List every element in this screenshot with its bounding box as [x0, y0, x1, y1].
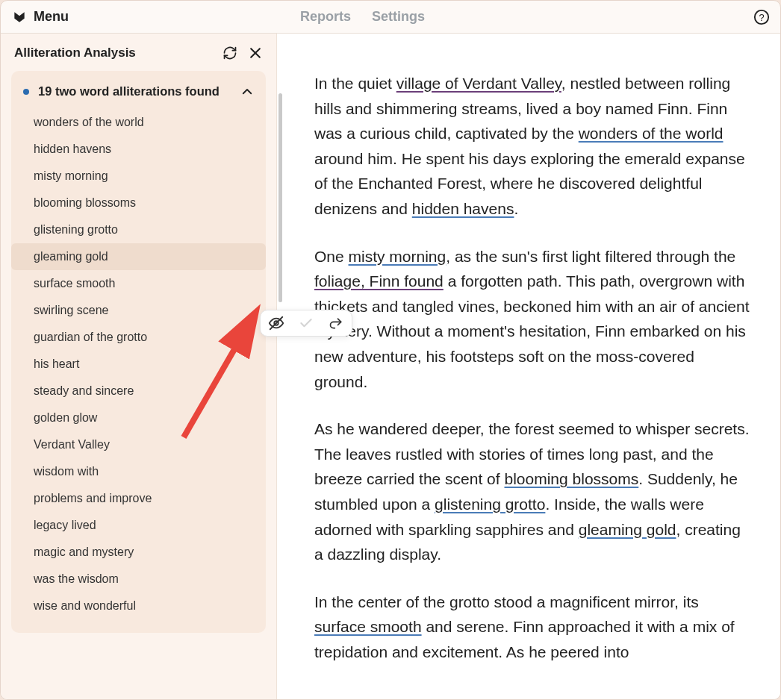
section-dot-icon [23, 89, 29, 95]
list-item[interactable]: his heart [11, 351, 266, 378]
list-item[interactable]: misty morning [11, 163, 266, 190]
highlighted-phrase[interactable]: gleaming gold [579, 521, 676, 538]
section-title: 19 two word alliterations found [38, 84, 240, 99]
top-bar: Menu Reports Settings ? [1, 1, 780, 34]
list-item[interactable]: surface smooth [11, 270, 266, 297]
paragraph: One misty morning, as the sun's first li… [314, 244, 750, 395]
list-item[interactable]: hidden havens [11, 136, 266, 163]
list-item[interactable]: swirling scene [11, 297, 266, 324]
close-icon[interactable] [248, 46, 263, 60]
highlighted-phrase[interactable]: surface smooth [314, 618, 422, 635]
list-item[interactable]: wonders of the world [11, 109, 266, 136]
list-item[interactable]: golden glow [11, 404, 266, 431]
help-icon[interactable]: ? [753, 9, 770, 25]
inline-toolbar [260, 310, 352, 337]
app-window: Menu Reports Settings ? Alliteration Ana… [0, 0, 781, 700]
highlighted-phrase[interactable]: village of Verdant Valley [396, 75, 561, 92]
paragraph: In the quiet village of Verdant Valley, … [314, 71, 750, 222]
highlighted-phrase[interactable]: misty morning [349, 248, 446, 265]
redo-arrow-icon[interactable] [328, 315, 344, 331]
results-section: 19 two word alliterations found wonders … [11, 71, 266, 633]
menu-button[interactable]: Menu [34, 9, 69, 25]
app-logo-icon [11, 9, 28, 25]
chevron-up-icon[interactable] [240, 85, 254, 99]
list-item[interactable]: magic and mystery [11, 539, 266, 566]
document-text: In the quiet village of Verdant Valley, … [284, 34, 780, 700]
tab-bar: Reports Settings [300, 9, 425, 25]
highlighted-phrase[interactable]: foliage, Finn found [314, 272, 444, 290]
highlighted-phrase[interactable]: blooming blossoms [504, 470, 638, 487]
section-header[interactable]: 19 two word alliterations found [11, 80, 266, 109]
body: Alliteration Analysis 19 two word allite… [1, 34, 780, 700]
sidebar: Alliteration Analysis 19 two word allite… [1, 34, 277, 700]
list-item[interactable]: Verdant Valley [11, 431, 266, 458]
tab-reports[interactable]: Reports [300, 9, 351, 25]
svg-text:?: ? [759, 11, 764, 22]
paragraph: In the center of the grotto stood a magn… [314, 590, 750, 665]
list-item[interactable]: was the wisdom [11, 566, 266, 593]
panel-header: Alliteration Analysis [1, 34, 276, 71]
tab-settings[interactable]: Settings [372, 9, 425, 25]
hide-icon[interactable] [268, 315, 284, 331]
list-item[interactable]: blooming blossoms [11, 190, 266, 216]
list-item[interactable]: guardian of the grotto [11, 324, 266, 351]
result-list: wonders of the worldhidden havensmisty m… [11, 109, 266, 619]
list-item[interactable]: gleaming gold [11, 243, 266, 270]
highlighted-phrase[interactable]: glistening grotto [435, 496, 545, 513]
list-item[interactable]: glistening grotto [11, 216, 266, 243]
highlighted-phrase[interactable]: wonders of the world [579, 125, 724, 142]
list-item[interactable]: steady and sincere [11, 378, 266, 404]
list-item[interactable]: wise and wonderful [11, 593, 266, 619]
list-item[interactable]: wisdom with [11, 458, 266, 485]
list-item[interactable]: problems and improve [11, 485, 266, 512]
highlighted-phrase[interactable]: hidden havens [412, 200, 514, 217]
scrollbar[interactable] [279, 93, 282, 302]
list-item[interactable]: legacy lived [11, 512, 266, 539]
refresh-icon[interactable] [223, 46, 237, 60]
content-area: In the quiet village of Verdant Valley, … [277, 34, 780, 700]
check-icon[interactable] [298, 315, 314, 331]
paragraph: As he wandered deeper, the forest seemed… [314, 416, 750, 567]
panel-title: Alliteration Analysis [14, 46, 136, 60]
